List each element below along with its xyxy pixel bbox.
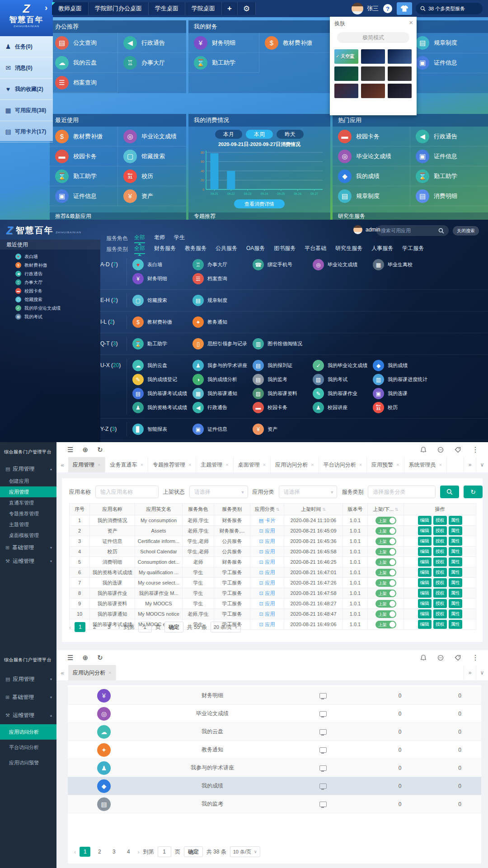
menu-基础管理[interactable]: ⊞基础管理▾ xyxy=(0,688,56,706)
action-button-编辑[interactable]: 编辑 xyxy=(418,609,432,618)
recent-item-表白墙[interactable]: ♥表白墙 xyxy=(0,252,100,261)
app-item-我的云盘[interactable]: ☁我的云盘 xyxy=(132,359,192,373)
skin-thumbnail-3[interactable] xyxy=(334,66,358,81)
help-icon[interactable]: ? xyxy=(383,4,392,13)
tag-icon[interactable] xyxy=(455,447,461,453)
filter-option-公共服务[interactable]: 公共服务 xyxy=(216,245,237,254)
per-page-select[interactable]: 20 条/页∨ xyxy=(211,622,241,632)
filter-option-研究生服务[interactable]: 研究生服务 xyxy=(335,245,362,254)
page-number-1[interactable]: 1 xyxy=(80,847,90,857)
menu-应用管理[interactable]: ▤应用管理▾ xyxy=(0,670,56,688)
app-item-馆藏搜索[interactable]: ▢馆藏搜索 xyxy=(118,146,186,166)
app-item-证件信息[interactable]: ▣证件信息 xyxy=(50,186,118,206)
submenu-主题管理[interactable]: 主题管理 xyxy=(0,519,56,530)
add-tab-button[interactable]: + xyxy=(222,2,238,15)
tab-close-icon[interactable]: × xyxy=(439,462,442,467)
skin-thumbnail-7[interactable] xyxy=(361,84,385,98)
app-item-行政通告[interactable]: ◀行政通告 xyxy=(192,401,253,415)
app-item-校园讲座[interactable]: ♟校园讲座 xyxy=(313,401,373,415)
app-item-办事大厅[interactable]: ♖办事大厅 xyxy=(192,258,253,272)
app-item-勤工助学[interactable]: ⌛勤工助学 xyxy=(132,337,192,351)
sort-icon[interactable]: ⇅ xyxy=(395,507,399,512)
action-button-属性[interactable]: 属性 xyxy=(449,547,462,556)
tab-应用访问分析[interactable]: 应用访问分析× xyxy=(271,457,319,472)
page-number-1[interactable]: 1 xyxy=(75,622,85,632)
app-item-校园卡务[interactable]: ▬校园卡务 xyxy=(333,127,410,146)
tag-icon[interactable] xyxy=(455,655,461,661)
globe-icon[interactable]: ⊕ xyxy=(82,446,88,454)
tab-系统管理员[interactable]: 系统管理员× xyxy=(404,457,447,472)
tab-close-icon[interactable]: × xyxy=(311,462,314,467)
tabs-scroll-left-icon[interactable]: « xyxy=(56,665,68,680)
app-item-证件信息[interactable]: ▣证件信息 xyxy=(192,422,253,436)
column-header-上架/下...[interactable]: 上架/下...⇅ xyxy=(368,504,404,515)
filter-option-图书服务[interactable]: 图书服务 xyxy=(274,245,296,254)
confirm-button[interactable]: 确定 xyxy=(184,846,203,857)
publish-toggle[interactable]: 上架 xyxy=(375,600,396,608)
avatar[interactable] xyxy=(352,3,363,14)
action-button-授权[interactable]: 授权 xyxy=(433,609,447,618)
app-item-我的成绩分析[interactable]: ◑我的成绩分析 xyxy=(192,373,253,387)
app-item-档案查询[interactable]: ☰档案查询 xyxy=(50,73,118,93)
app-item-档案查询[interactable]: ☰档案查询 xyxy=(192,272,253,286)
collapse-menu-icon[interactable]: ☰ xyxy=(67,446,73,454)
app-item-我的成绩登记[interactable]: ✎我的成绩登记 xyxy=(132,373,192,387)
reset-refresh-button[interactable]: ↻ xyxy=(464,486,483,498)
filter-select-上架状态[interactable]: 请选择 xyxy=(189,486,248,498)
analytics-row-我的云盘[interactable]: ☁我的云盘00 xyxy=(68,723,481,741)
recent-item-办事大厅[interactable]: ♖办事大厅 xyxy=(0,278,100,287)
publish-toggle[interactable]: 上架 xyxy=(375,538,396,545)
submenu-平台访问分析[interactable]: 平台访问分析 xyxy=(0,740,56,755)
skin-thumbnail-4[interactable] xyxy=(361,66,385,81)
app-item-我的慕课作业[interactable]: ✎我的慕课作业 xyxy=(313,387,373,401)
app-item-毕业生离校[interactable]: ▦毕业生离校 xyxy=(373,258,433,272)
publish-toggle[interactable]: 上架 xyxy=(375,548,396,556)
app-item-勤工助学[interactable]: ⌛勤工助学 xyxy=(410,166,488,186)
app-class-link[interactable]: ⊡应用 xyxy=(259,611,275,618)
filter-option-人事服务[interactable]: 人事服务 xyxy=(371,245,393,254)
app-item-我的监考[interactable]: ▤我的监考 xyxy=(253,373,313,387)
tab-主题管理[interactable]: 主题管理× xyxy=(196,457,233,472)
app-item-勤工助学[interactable]: ⌛勤工助学 xyxy=(50,166,118,186)
sidebar-item-任务(0)[interactable]: ♟任务(0) xyxy=(0,36,53,57)
action-button-属性[interactable]: 属性 xyxy=(449,516,462,525)
globe-icon[interactable]: ⊕ xyxy=(82,654,88,662)
recent-item-我的毕业论文成绩[interactable]: ✓我的毕业论文成绩 xyxy=(0,304,100,312)
skin-thumbnail-8[interactable] xyxy=(388,84,412,98)
action-button-编辑[interactable]: 编辑 xyxy=(418,526,432,535)
bell-icon[interactable] xyxy=(420,447,427,453)
tab-close-icon[interactable]: × xyxy=(359,462,362,467)
app-class-link[interactable]: ⊡应用 xyxy=(259,559,275,566)
tab-close-icon[interactable]: × xyxy=(396,462,399,467)
app-item-我的成绩[interactable]: ◆我的成绩 xyxy=(333,166,410,186)
app-item-资产[interactable]: ¥资产 xyxy=(253,422,313,436)
filter-option-学工服务[interactable]: 学工服务 xyxy=(402,245,424,254)
submenu-专题推荐管理[interactable]: 专题推荐管理 xyxy=(0,508,56,519)
app-item-资产[interactable]: ¥资产 xyxy=(118,186,186,206)
app-item-教材费补缴[interactable]: $教材费补缴 xyxy=(259,33,330,53)
sidebar-item-可用应用(38)[interactable]: ▦可用应用(38) xyxy=(0,100,53,121)
page-prev-icon[interactable]: ‹ xyxy=(69,624,71,631)
page-prev-icon[interactable]: ‹ xyxy=(74,849,76,855)
app-class-link[interactable]: ⊡应用 xyxy=(259,621,275,628)
tab-close-icon[interactable]: × xyxy=(188,462,191,467)
filter-option-教务服务[interactable]: 教务服务 xyxy=(185,245,206,254)
tabs-scroll-left-icon[interactable]: « xyxy=(56,457,68,472)
filter-option-学生[interactable]: 学生 xyxy=(174,234,185,243)
analytics-row-我的成绩[interactable]: ◆我的成绩00 xyxy=(68,777,481,795)
analytics-row-教务通知[interactable]: ✦教务通知00 xyxy=(68,741,481,759)
analytics-row-我的监考[interactable]: ▤我的监考00 xyxy=(68,795,481,813)
filter-input-服务类别[interactable]: 选择服务分类 xyxy=(368,486,436,498)
filter-option-平台基础[interactable]: 平台基础 xyxy=(305,245,326,254)
app-item-行政通告[interactable]: ◀行政通告 xyxy=(118,33,186,53)
filter-input-应用名称[interactable]: 输入应用名称 xyxy=(95,486,159,498)
kebab-menu-icon[interactable]: ⋮ xyxy=(472,653,479,662)
publish-toggle[interactable]: 上架 xyxy=(375,590,396,597)
app-item-校历[interactable]: Mon31校历 xyxy=(118,166,186,186)
submenu-应用访问预警[interactable]: 应用访问预警 xyxy=(0,755,56,770)
publish-toggle[interactable]: 上架 xyxy=(375,527,396,535)
tabs-expand-icon[interactable]: › xyxy=(45,3,47,13)
app-item-表白墙[interactable]: ♥表白墙 xyxy=(132,258,192,272)
action-button-属性[interactable]: 属性 xyxy=(449,537,462,546)
submenu-创建应用[interactable]: 创建应用 xyxy=(0,476,56,486)
